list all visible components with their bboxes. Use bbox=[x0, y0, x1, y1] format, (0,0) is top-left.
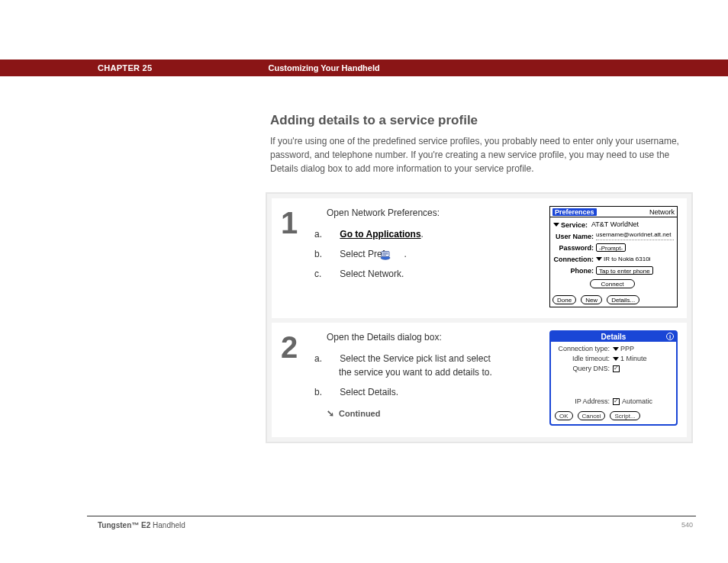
phone-label: Phone: bbox=[553, 267, 596, 275]
substep-a: a. Go to Applications. bbox=[327, 227, 493, 241]
section-heading: Adding details to a service profile bbox=[270, 113, 679, 128]
steps-container: 1 Open Network Preferences: a. Go to App… bbox=[266, 192, 693, 443]
service-label: Service: bbox=[561, 221, 590, 229]
username-label: User Name: bbox=[553, 233, 596, 240]
continued-indicator: ➘ Continued bbox=[327, 407, 493, 420]
chapter-label: CHAPTER 25 bbox=[98, 63, 152, 72]
product-name: Tungsten™ E2 Handheld bbox=[98, 521, 185, 529]
step-number: 2 bbox=[281, 330, 327, 426]
prefs-category: Network bbox=[649, 208, 675, 216]
header-bar: CHAPTER 25 Customizing Your Handheld bbox=[0, 60, 728, 76]
footer: Tungsten™ E2 Handheld 540 bbox=[98, 521, 693, 529]
ip-value: Automatic bbox=[622, 397, 652, 405]
substep-a: a. Select the Service pick list and sele… bbox=[327, 352, 493, 379]
ip-label: IP Address: bbox=[555, 397, 613, 405]
cancel-button: Cancel bbox=[578, 411, 606, 420]
idle-value: 1 Minute bbox=[620, 355, 647, 362]
dropdown-icon bbox=[553, 223, 559, 227]
connection-label: Connection: bbox=[553, 256, 596, 263]
info-icon: i bbox=[666, 333, 674, 340]
conn-type-value: PPP bbox=[620, 345, 634, 352]
prefs-title: Preferences bbox=[552, 208, 597, 216]
dropdown-icon bbox=[596, 257, 602, 261]
step-lead: Open the Details dialog box: bbox=[327, 330, 493, 344]
new-button: New bbox=[581, 295, 602, 304]
section-intro: If you're using one of the predefined se… bbox=[270, 134, 679, 175]
page-number: 540 bbox=[681, 521, 693, 529]
go-to-applications-link[interactable]: Go to Applications bbox=[340, 229, 420, 240]
chapter-title: Customizing Your Handheld bbox=[268, 63, 379, 72]
dropdown-icon bbox=[613, 357, 619, 361]
dns-checkbox: ✓ bbox=[613, 365, 620, 372]
details-title: Details bbox=[601, 333, 627, 341]
substep-b: b. Select Details. bbox=[327, 385, 493, 399]
password-label: Password: bbox=[553, 244, 596, 252]
ok-button: OK bbox=[555, 411, 573, 420]
service-value: AT&T WorldNet bbox=[591, 220, 674, 229]
step-lead: Open Network Preferences: bbox=[327, 206, 493, 220]
username-value: username@worldnet.att.net bbox=[596, 232, 674, 240]
dns-label: Query DNS: bbox=[555, 365, 613, 372]
ip-checkbox: ✓ bbox=[613, 398, 620, 405]
footer-rule bbox=[87, 516, 696, 516]
prefs-icon bbox=[391, 249, 404, 260]
conn-type-label: Connection type: bbox=[555, 345, 613, 352]
step-body: Open the Details dialog box: a. Select t… bbox=[327, 330, 502, 426]
step-1: 1 Open Network Preferences: a. Go to App… bbox=[272, 198, 687, 318]
phone-value: Tap to enter phone bbox=[596, 266, 653, 275]
idle-label: Idle timeout: bbox=[555, 355, 613, 362]
continued-arrow-icon: ➘ bbox=[327, 407, 334, 420]
connect-button: Connect bbox=[590, 279, 636, 288]
dropdown-icon bbox=[613, 347, 619, 351]
details-button: Details... bbox=[607, 295, 639, 304]
main-content: Adding details to a service profile If y… bbox=[270, 113, 679, 443]
connection-value: IR to Nokia 6310i bbox=[604, 256, 674, 263]
substep-b: b. Select Prefs . bbox=[327, 247, 493, 261]
step-2: 2 Open the Details dialog box: a. Select… bbox=[272, 323, 687, 437]
substep-c: c. Select Network. bbox=[327, 267, 493, 281]
password-value: -Prompt- bbox=[596, 243, 626, 252]
script-button: Script... bbox=[610, 411, 639, 420]
screenshot-preferences: Preferences Network Service: AT&T WorldN… bbox=[502, 206, 678, 307]
done-button: Done bbox=[552, 295, 576, 304]
screenshot-details: Details i Connection type: PPP Idle time… bbox=[502, 330, 678, 426]
step-body: Open Network Preferences: a. Go to Appli… bbox=[327, 206, 502, 307]
